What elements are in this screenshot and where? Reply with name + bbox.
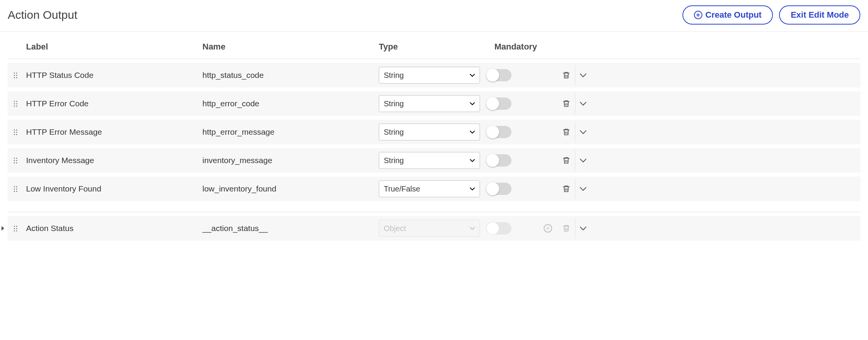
mandatory-toggle[interactable] [486, 126, 511, 138]
delete-button[interactable] [561, 155, 572, 166]
chevron-down-icon [579, 129, 587, 135]
row-label: Low Inventory Found [23, 184, 199, 193]
expand-row-button[interactable] [576, 126, 590, 138]
col-name: Name [199, 42, 376, 52]
caret-right-icon [2, 226, 4, 231]
expand-row-button[interactable] [576, 69, 590, 81]
delete-button[interactable] [561, 98, 572, 109]
mandatory-toggle[interactable] [486, 154, 511, 167]
expand-row-button[interactable] [576, 223, 590, 234]
expand-row-button[interactable] [576, 183, 590, 195]
col-type: Type [376, 42, 483, 52]
chevron-down-icon [579, 73, 587, 78]
chevron-down-icon [579, 101, 587, 106]
create-output-label: Create Output [705, 10, 762, 20]
expand-row-button[interactable] [576, 98, 590, 109]
page-title: Action Output [8, 8, 77, 21]
row-name: http_error_code [199, 99, 376, 108]
trash-icon [562, 99, 570, 108]
delete-button[interactable] [561, 69, 572, 81]
plus-circle-icon: + [544, 224, 552, 233]
table-row: HTTP Status Codehttp_status_codeStringIn… [8, 63, 860, 87]
col-label: Label [23, 42, 199, 52]
delete-button [561, 223, 572, 234]
header-actions: + Create Output Exit Edit Mode [682, 5, 860, 25]
drag-handle-icon[interactable] [8, 226, 23, 231]
mandatory-toggle [486, 222, 511, 234]
row-label: HTTP Error Message [23, 127, 199, 137]
row-name: inventory_message [199, 156, 376, 165]
column-headers: Label Name Type Mandatory [8, 32, 860, 59]
type-select: StringIntegerTrue/FalseObjectArray [379, 220, 480, 237]
type-select[interactable]: StringIntegerTrue/FalseObjectArray [379, 95, 480, 112]
add-child-button: + [542, 223, 554, 234]
type-select[interactable]: StringIntegerTrue/FalseObjectArray [379, 124, 480, 140]
create-output-button[interactable]: + Create Output [682, 5, 773, 25]
plus-circle-icon: + [694, 11, 702, 19]
drag-handle-icon[interactable] [8, 73, 23, 78]
row-label: HTTP Status Code [23, 71, 199, 80]
drag-handle-icon[interactable] [8, 129, 23, 135]
type-select[interactable]: StringIntegerTrue/FalseObjectArray [379, 67, 480, 84]
trash-icon [562, 128, 570, 136]
table-row: HTTP Error Messagehttp_error_messageStri… [8, 120, 860, 144]
trash-icon [562, 224, 570, 233]
trash-icon [562, 185, 570, 193]
table-row: Action Status __action_status__ StringIn… [8, 216, 860, 241]
drag-handle-icon[interactable] [8, 158, 23, 163]
exit-edit-mode-button[interactable]: Exit Edit Mode [779, 5, 860, 25]
drag-handle-icon[interactable] [8, 186, 23, 192]
section-header: Action Output + Create Output Exit Edit … [0, 0, 868, 32]
row-name: __action_status__ [199, 224, 376, 233]
chevron-down-icon [579, 226, 587, 231]
type-select[interactable]: StringIntegerTrue/FalseObjectArray [379, 152, 480, 169]
exit-edit-mode-label: Exit Edit Mode [791, 10, 849, 20]
type-select[interactable]: StringIntegerTrue/FalseObjectArray [379, 180, 480, 197]
chevron-down-icon [579, 158, 587, 163]
mandatory-toggle[interactable] [486, 183, 511, 195]
table-row: Low Inventory Foundlow_inventory_foundSt… [8, 177, 860, 201]
row-label: HTTP Error Code [23, 99, 199, 108]
row-label: Action Status [23, 224, 199, 233]
table-row: HTTP Error Codehttp_error_codeStringInte… [8, 91, 860, 116]
mandatory-toggle[interactable] [486, 97, 511, 110]
row-name: http_error_message [199, 127, 376, 137]
trash-icon [562, 71, 570, 79]
trash-icon [562, 156, 570, 165]
delete-button[interactable] [561, 183, 572, 195]
mandatory-toggle[interactable] [486, 69, 511, 81]
chevron-down-icon [579, 186, 587, 191]
table-row: Inventory Messageinventory_messageString… [8, 148, 860, 173]
section-divider [8, 212, 860, 212]
col-mandatory: Mandatory [483, 42, 548, 52]
delete-button[interactable] [561, 126, 572, 138]
row-name: http_status_code [199, 71, 376, 80]
expand-row-button[interactable] [576, 155, 590, 166]
row-name: low_inventory_found [199, 184, 376, 193]
drag-handle-icon[interactable] [8, 101, 23, 107]
row-label: Inventory Message [23, 156, 199, 165]
